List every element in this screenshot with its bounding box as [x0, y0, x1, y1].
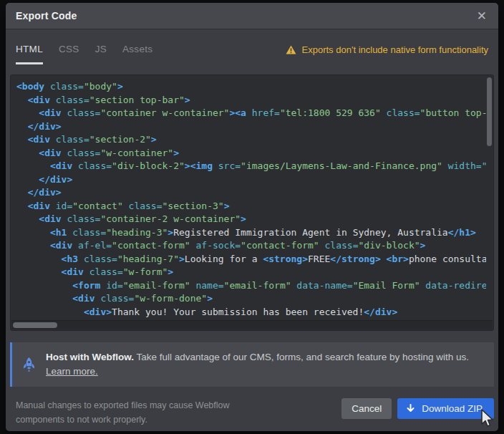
code-line: <div class="section-2"> [16, 133, 486, 147]
banner-text: Take full advantage of our CMS, forms, a… [134, 352, 469, 362]
form-warning: Exports don't include native form functi… [286, 44, 488, 55]
export-code-dialog: Export Code ✕ HTMLCSSJSAssets Exports do… [6, 3, 498, 431]
code-line: <h3 class="heading-7">Looking for a <str… [16, 253, 486, 266]
code-line: <div class="w-form-done"> [16, 292, 486, 306]
code-line: <div class="w-container"> [16, 147, 486, 160]
footer-note: Manual changes to exported files may cau… [16, 398, 230, 427]
warning-icon [286, 45, 296, 54]
vertical-scrollbar-thumb[interactable] [487, 77, 492, 146]
code-line: <div class="container w-container"><a hr… [16, 107, 486, 120]
code-line: <form id="email-form" name="email-form" … [16, 279, 486, 293]
code-line: <body class="body"> [16, 80, 486, 94]
code-content: <body class="body"> <div class="section … [11, 75, 486, 322]
code-line: <h1 class="heading-3">Registered Immigra… [16, 226, 486, 240]
code-line: </div> [16, 186, 486, 200]
tab-js[interactable]: JS [95, 44, 107, 64]
banner-copy: Host with Webflow. Take full advantage o… [46, 350, 469, 379]
code-editor[interactable]: <body class="body"> <div class="section … [10, 74, 494, 331]
download-icon [406, 404, 415, 414]
code-line: <div class="section top-bar"> [16, 94, 486, 107]
dialog-header: Export Code ✕ [6, 3, 498, 29]
footer-note-line1: Manual changes to exported files may cau… [16, 400, 230, 410]
code-line: <div id="contact" class="section-3"> [16, 200, 486, 213]
code-line: </div> [16, 173, 486, 187]
cancel-button[interactable]: Cancel [341, 398, 392, 419]
close-icon[interactable]: ✕ [475, 9, 488, 24]
warning-text: Exports don't include native form functi… [302, 44, 488, 55]
code-line: <div class="w-form"> [16, 266, 486, 279]
tab-html[interactable]: HTML [16, 44, 43, 64]
tab-bar: HTMLCSSJSAssets [16, 44, 152, 64]
download-zip-label: Download ZIP [422, 403, 483, 414]
code-line: </div> [16, 120, 486, 134]
banner-title: Host with Webflow. [46, 352, 134, 362]
dialog-title: Export Code [16, 10, 77, 21]
code-line: <div class="div-block-2"><img src="image… [16, 160, 486, 173]
vertical-scrollbar[interactable] [486, 76, 493, 321]
code-line: <div class="container-2 w-container"> [16, 213, 486, 226]
download-zip-button[interactable]: Download ZIP [397, 398, 494, 419]
footer-buttons: Cancel Download ZIP [341, 398, 494, 419]
tab-row: HTMLCSSJSAssets Exports don't include na… [6, 29, 498, 74]
horizontal-scrollbar[interactable] [11, 320, 493, 329]
learn-more-link[interactable]: Learn more. [46, 366, 98, 377]
tab-css[interactable]: CSS [59, 44, 79, 64]
host-with-webflow-banner: Host with Webflow. Take full advantage o… [10, 342, 494, 387]
horizontal-scrollbar-thumb[interactable] [13, 322, 57, 328]
dialog-footer: Manual changes to exported files may cau… [10, 394, 494, 431]
rocket-icon [22, 357, 36, 372]
code-line: <div>Thank you! Your submission has been… [16, 306, 486, 319]
code-line: <div af-el="contact-form" af-sock="conta… [16, 239, 486, 253]
footer-note-line2: components to not work properly. [16, 415, 147, 425]
tab-assets[interactable]: Assets [122, 44, 152, 64]
